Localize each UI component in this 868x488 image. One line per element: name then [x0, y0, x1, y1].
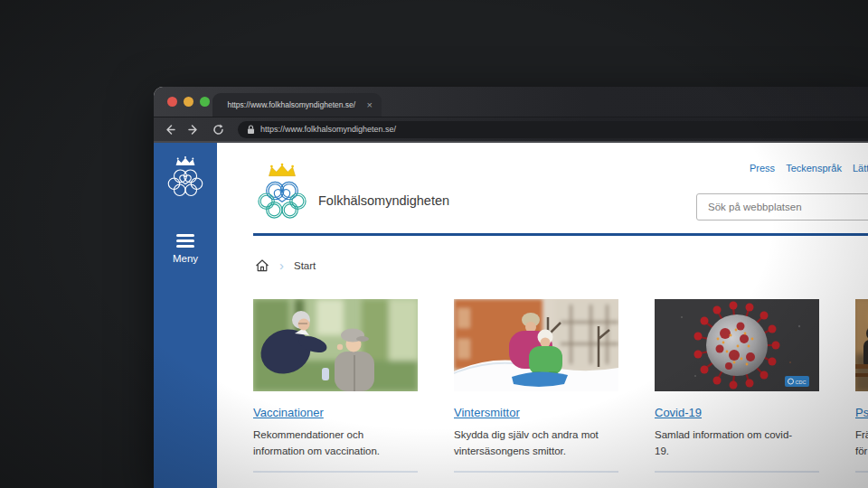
close-window-button[interactable] — [167, 97, 177, 107]
card-divider — [855, 471, 868, 473]
nav-sign-language-link[interactable]: Teckenspråk — [786, 163, 842, 174]
card-description: Rekommendationer och information om vacc… — [253, 427, 418, 459]
card-title-link[interactable]: Vintersmittor — [454, 406, 520, 419]
card-image-coronavirus[interactable]: CDC — [655, 299, 819, 391]
agency-logo[interactable] — [256, 162, 308, 225]
card-title-link[interactable]: Covid-19 — [655, 406, 702, 419]
breadcrumb-current: Start — [294, 260, 316, 271]
tab-bar: https://www.folkhalsomyndigheten.se/ × — [154, 87, 868, 117]
menu-button[interactable]: Meny — [173, 234, 198, 264]
webpage: Meny — [154, 143, 868, 488]
url-bar[interactable]: https://www.folkhalsomyndigheten.se/ — [238, 121, 868, 138]
menu-label: Meny — [173, 253, 198, 264]
cards-grid: Vaccinationer Rekommendationer och infor… — [253, 299, 868, 473]
breadcrumb: › Start — [255, 258, 316, 273]
card-psykisk-halsa: Ps Frä för — [855, 299, 868, 473]
card-title-link[interactable]: Vaccinationer — [253, 406, 324, 419]
minimize-window-button[interactable] — [184, 97, 193, 107]
card-description: Skydda dig själv och andra mot vintersäs… — [454, 427, 618, 459]
home-icon[interactable] — [255, 258, 269, 273]
card-image-grandmother-child[interactable] — [253, 299, 418, 391]
browser-window: https://www.folkhalsomyndigheten.se/ × h… — [154, 87, 868, 488]
search-input[interactable] — [696, 193, 868, 221]
card-covid-19: CDC Covid-19 Samlad information om covid… — [655, 299, 819, 473]
browser-toolbar: https://www.folkhalsomyndigheten.se/ — [154, 117, 868, 143]
breadcrumb-separator-icon: › — [279, 258, 284, 272]
url-text: https://www.folkhalsomyndigheten.se/ — [260, 125, 396, 134]
card-title-link[interactable]: Ps — [855, 406, 868, 419]
card-vintersmittor: Vintersmittor Skydda dig själv och andra… — [454, 299, 618, 473]
card-divider — [655, 471, 819, 473]
lock-icon — [247, 125, 255, 135]
card-image-autumn-bench[interactable] — [855, 299, 868, 391]
window-controls — [167, 97, 210, 107]
main-content: Folkhälsomyndigheten Press Teckenspråk L… — [217, 143, 868, 488]
reload-icon[interactable] — [212, 123, 225, 136]
top-navigation: Press Teckenspråk Lätt — [750, 163, 868, 174]
nav-press-link[interactable]: Press — [750, 163, 775, 174]
hamburger-icon — [176, 234, 194, 248]
card-divider — [253, 471, 418, 473]
tab-close-icon[interactable]: × — [367, 100, 373, 110]
sidebar: Meny — [154, 143, 217, 488]
forward-icon[interactable] — [187, 123, 201, 136]
maximize-window-button[interactable] — [200, 97, 210, 107]
header-divider — [253, 233, 868, 236]
site-name: Folkhälsomyndigheten — [318, 193, 449, 208]
back-icon[interactable] — [163, 123, 176, 136]
card-description: Samlad information om covid- 19. — [655, 427, 819, 459]
card-divider — [454, 471, 618, 473]
image-credit-badge: CDC — [785, 376, 809, 387]
crown-icon — [269, 165, 296, 176]
svg-text:CDC: CDC — [796, 380, 807, 385]
browser-tab[interactable]: https://www.folkhalsomyndigheten.se/ × — [212, 93, 382, 117]
tab-title: https://www.folkhalsomyndigheten.se/ — [222, 100, 362, 109]
agency-logo-white — [166, 155, 204, 201]
nav-easy-read-link[interactable]: Lätt — [853, 163, 868, 174]
card-vaccinationer: Vaccinationer Rekommendationer och infor… — [253, 299, 418, 473]
card-image-winter-sledding[interactable] — [454, 299, 618, 391]
card-description: Frä för — [855, 427, 868, 459]
